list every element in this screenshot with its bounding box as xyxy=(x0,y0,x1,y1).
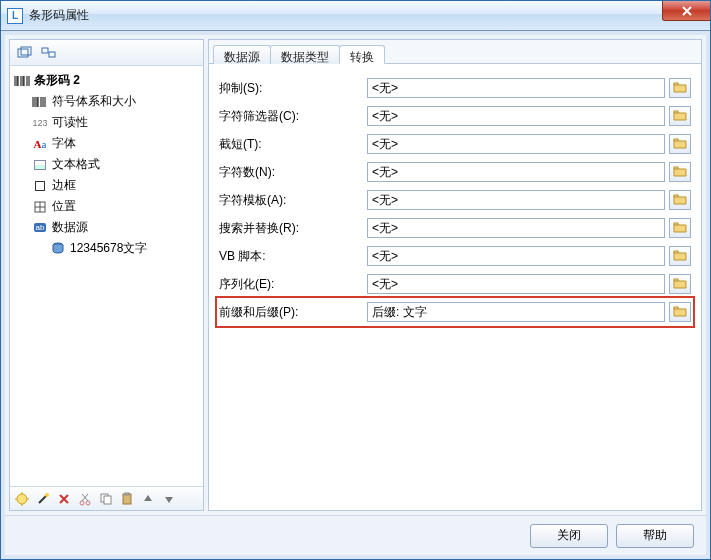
form-browse-button[interactable] xyxy=(669,302,691,322)
form-row: 抑制(S): xyxy=(219,74,691,102)
form-row: 序列化(E): xyxy=(219,270,691,298)
form-input[interactable] xyxy=(367,302,665,322)
tree-root[interactable]: 条形码 2 xyxy=(12,70,201,91)
form-browse-button[interactable] xyxy=(669,78,691,98)
tree-item-font[interactable]: Aa 字体 xyxy=(30,133,201,154)
form-input[interactable] xyxy=(367,162,665,182)
form-browse-button[interactable] xyxy=(669,246,691,266)
svg-rect-46 xyxy=(674,307,678,309)
movedown-icon[interactable] xyxy=(159,489,179,509)
form-input[interactable] xyxy=(367,274,665,294)
form-row: 字符筛选器(C): xyxy=(219,102,691,130)
form-input[interactable] xyxy=(367,190,665,210)
wizard-icon[interactable] xyxy=(33,489,53,509)
form-input[interactable] xyxy=(367,218,665,238)
tabs: 数据源 数据类型 转换 xyxy=(209,40,701,64)
toolbar-icon-2[interactable] xyxy=(38,43,60,63)
window-title: 条形码属性 xyxy=(29,7,89,24)
new-icon[interactable] xyxy=(12,489,32,509)
cut-icon[interactable] xyxy=(75,489,95,509)
copy-icon[interactable] xyxy=(96,489,116,509)
form-browse-button[interactable] xyxy=(669,162,691,182)
tree-children-2: 12345678文字 xyxy=(48,238,201,259)
close-icon xyxy=(681,5,693,17)
svg-point-31 xyxy=(86,501,90,505)
tree-item-readability[interactable]: 123 可读性 xyxy=(30,112,201,133)
tree-children: 符号体系和大小 123 可读性 Aa 字体 文本格式 xyxy=(30,91,201,259)
tree-item-label: 边框 xyxy=(52,177,76,194)
help-button[interactable]: 帮助 xyxy=(616,524,694,548)
client-area: 条形码 2 符号体系和大小 123 可读性 xyxy=(1,31,710,559)
form-browse-button[interactable] xyxy=(669,190,691,210)
close-button[interactable] xyxy=(662,1,710,21)
app-icon: L xyxy=(7,8,23,24)
form-input[interactable] xyxy=(367,78,665,98)
svg-rect-41 xyxy=(674,167,678,169)
tab-transform[interactable]: 转换 xyxy=(339,45,385,64)
datasource-icon: ab xyxy=(32,220,48,236)
main-area: 条形码 2 符号体系和大小 123 可读性 xyxy=(5,35,706,515)
svg-rect-42 xyxy=(674,195,678,197)
form-browse-button[interactable] xyxy=(669,218,691,238)
tree-root-label: 条形码 2 xyxy=(34,72,80,89)
form-label: 字符数(N): xyxy=(219,164,367,181)
form-row: 搜索并替换(R): xyxy=(219,214,691,242)
titlebar: L 条形码属性 xyxy=(1,1,710,31)
form-label: 截短(T): xyxy=(219,136,367,153)
close-dialog-button[interactable]: 关闭 xyxy=(530,524,608,548)
svg-rect-45 xyxy=(674,279,678,281)
tree-item-symbol[interactable]: 符号体系和大小 xyxy=(30,91,201,112)
button-label: 关闭 xyxy=(557,527,581,544)
svg-rect-44 xyxy=(674,251,678,253)
database-icon xyxy=(50,241,66,257)
svg-rect-43 xyxy=(674,223,678,225)
moveup-icon[interactable] xyxy=(138,489,158,509)
form-input[interactable] xyxy=(367,246,665,266)
tree-item-label: 可读性 xyxy=(52,114,88,131)
tree-item-datasource[interactable]: ab 数据源 xyxy=(30,217,201,238)
form-browse-button[interactable] xyxy=(669,134,691,154)
left-bottom-toolbar xyxy=(10,486,203,510)
form-browse-button[interactable] xyxy=(669,274,691,294)
folder-icon xyxy=(673,137,687,152)
border-icon xyxy=(32,178,48,194)
tab-datatype[interactable]: 数据类型 xyxy=(270,45,340,64)
barcode-icon xyxy=(14,73,30,89)
tab-datasource[interactable]: 数据源 xyxy=(213,45,271,64)
svg-rect-3 xyxy=(49,52,55,57)
svg-point-29 xyxy=(45,493,49,497)
form-label: 字符模板(A): xyxy=(219,192,367,209)
number-icon: 123 xyxy=(32,115,48,131)
tree-item-label: 符号体系和大小 xyxy=(52,93,136,110)
toolbar-icon-1[interactable] xyxy=(14,43,36,63)
svg-rect-40 xyxy=(674,139,678,141)
tree-item-datasource-child[interactable]: 12345678文字 xyxy=(48,238,201,259)
barcode-icon xyxy=(32,94,48,110)
svg-point-30 xyxy=(80,501,84,505)
form-row: 字符数(N): xyxy=(219,158,691,186)
folder-icon xyxy=(673,221,687,236)
form-label: 搜索并替换(R): xyxy=(219,220,367,237)
tree: 条形码 2 符号体系和大小 123 可读性 xyxy=(10,66,203,486)
form-input[interactable] xyxy=(367,106,665,126)
folder-icon xyxy=(673,277,687,292)
svg-rect-1 xyxy=(21,47,31,55)
folder-icon xyxy=(673,305,687,320)
tree-item-label: 12345678文字 xyxy=(70,240,147,257)
form-row: 字符模板(A): xyxy=(219,186,691,214)
svg-rect-37 xyxy=(125,493,129,495)
form-browse-button[interactable] xyxy=(669,106,691,126)
form-label: VB 脚本: xyxy=(219,248,367,265)
paste-icon[interactable] xyxy=(117,489,137,509)
tree-item-textformat[interactable]: 文本格式 xyxy=(30,154,201,175)
form-row: VB 脚本: xyxy=(219,242,691,270)
form-label: 前缀和后缀(P): xyxy=(219,304,367,321)
tree-item-border[interactable]: 边框 xyxy=(30,175,201,196)
window: L 条形码属性 xyxy=(0,0,711,560)
tree-item-position[interactable]: 位置 xyxy=(30,196,201,217)
right-panel: 数据源 数据类型 转换 抑制(S):字符筛选器(C):截短(T):字符数(N):… xyxy=(208,39,702,511)
tab-content: 抑制(S):字符筛选器(C):截短(T):字符数(N):字符模板(A):搜索并替… xyxy=(209,64,701,510)
form-row: 截短(T): xyxy=(219,130,691,158)
form-input[interactable] xyxy=(367,134,665,154)
delete-icon[interactable] xyxy=(54,489,74,509)
